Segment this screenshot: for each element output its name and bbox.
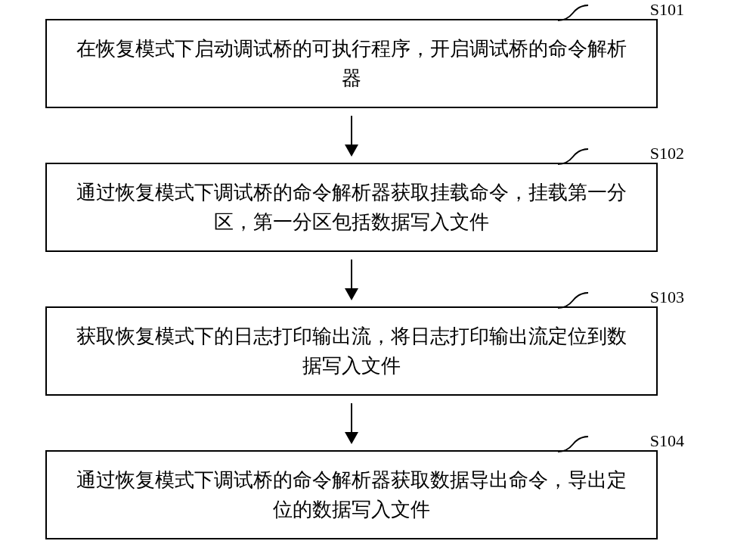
step-text-2: 通过恢复模式下调试桥的命令解析器获取挂载命令，挂载第一分区，第一分区包括数据写入…	[76, 182, 627, 233]
step-label-2: S102	[650, 144, 684, 163]
arrow-2	[351, 260, 352, 299]
step-wrapper-2: S102 通过恢复模式下调试桥的命令解析器获取挂载命令，挂载第一分区，第一分区包…	[45, 163, 711, 252]
step-text-3: 获取恢复模式下的日志打印输出流，将日志打印输出流定位到数据写入文件	[76, 325, 627, 377]
step-wrapper-3: S103 获取恢复模式下的日志打印输出流，将日志打印输出流定位到数据写入文件	[45, 306, 711, 396]
step-label-1: S101	[650, 0, 684, 20]
flowchart-diagram: S101 在恢复模式下启动调试桥的可执行程序，开启调试桥的命令解析器 S102 …	[45, 19, 711, 539]
step-text-1: 在恢复模式下启动调试桥的可执行程序，开启调试桥的命令解析器	[76, 38, 627, 89]
connector-curve-4	[558, 438, 588, 453]
step-box-4: 通过恢复模式下调试桥的命令解析器获取数据导出命令，导出定位的数据写入文件	[45, 450, 658, 539]
connector-curve-1	[558, 7, 588, 22]
arrow-1	[351, 116, 352, 155]
step-box-2: 通过恢复模式下调试桥的命令解析器获取挂载命令，挂载第一分区，第一分区包括数据写入…	[45, 163, 658, 252]
step-wrapper-1: S101 在恢复模式下启动调试桥的可执行程序，开启调试桥的命令解析器	[45, 19, 711, 108]
step-box-1: 在恢复模式下启动调试桥的可执行程序，开启调试桥的命令解析器	[45, 19, 658, 108]
step-text-4: 通过恢复模式下调试桥的命令解析器获取数据导出命令，导出定位的数据写入文件	[76, 469, 627, 521]
step-wrapper-4: S104 通过恢复模式下调试桥的命令解析器获取数据导出命令，导出定位的数据写入文…	[45, 450, 711, 539]
connector-curve-3	[558, 294, 588, 309]
step-box-3: 获取恢复模式下的日志打印输出流，将日志打印输出流定位到数据写入文件	[45, 306, 658, 396]
step-label-3: S103	[650, 288, 684, 307]
arrow-3	[351, 403, 352, 443]
connector-curve-2	[558, 151, 588, 166]
step-label-4: S104	[650, 431, 684, 451]
